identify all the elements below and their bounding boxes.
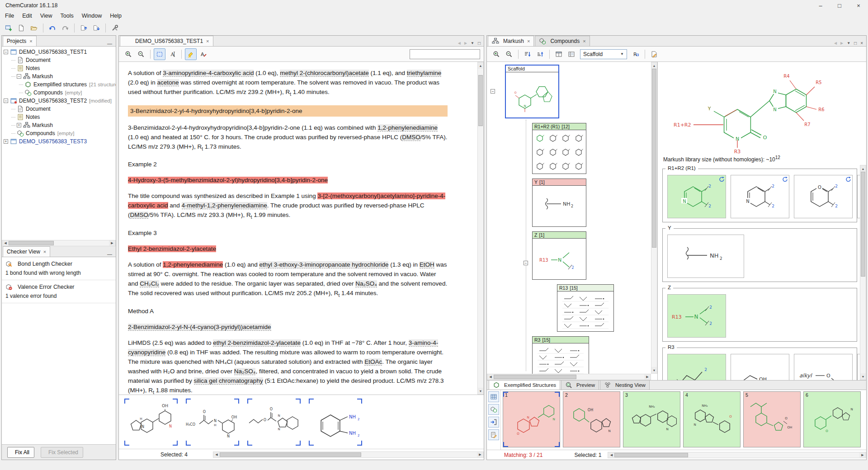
markush-node-r13[interactable]: R13[15] (557, 284, 614, 332)
tree-item-document[interactable]: Document (2, 56, 116, 64)
chem-term[interactable]: 1,2-phenylenediamine (163, 261, 223, 268)
annotate-structures-button[interactable] (488, 429, 499, 440)
chem-term[interactable]: DMSO (130, 212, 149, 219)
tree-expander[interactable]: − (4, 50, 8, 54)
menu-view[interactable]: View (36, 12, 57, 20)
tree-item-document[interactable]: Document (2, 105, 116, 113)
tree-item-compounds[interactable]: Compounds[empty] (2, 89, 116, 97)
strip-hscrollbar[interactable]: ◀▶ (213, 451, 484, 458)
zoom-in-button[interactable] (491, 48, 502, 60)
chem-term[interactable]: ethyl 3-ethoxy-3-iminopropanoate hydroch… (259, 261, 388, 268)
structure-thumbnail[interactable]: OONN (247, 399, 301, 446)
scroll-track[interactable] (860, 172, 866, 373)
open-button[interactable] (28, 22, 40, 34)
scroll-right-button[interactable]: ▶ (644, 374, 651, 380)
chem-term[interactable]: acetone (157, 79, 179, 86)
chem-term[interactable]: 2-Benzimidazol-2-yl-N-(4-cyano(3-pyridyl… (128, 324, 271, 331)
structure-thumbnail[interactable]: OHHNN (124, 399, 178, 446)
rgroup-card[interactable]: 22N (731, 175, 789, 218)
tab-exemplified-structures[interactable]: Exemplified Structures (489, 380, 560, 390)
tree-expander[interactable]: − (491, 89, 495, 94)
chem-term[interactable]: methyl 2-(chlorocarbonyl)acetate (280, 70, 369, 77)
scroll-down-button[interactable]: ▼ (651, 367, 657, 373)
menu-edit[interactable]: Edit (18, 12, 36, 20)
rgroup-member-structure[interactable] (534, 160, 545, 171)
menu-tools[interactable]: Tools (57, 12, 78, 20)
rgroups-vscrollbar[interactable]: ▲▼ (860, 165, 866, 380)
tree-item-notes[interactable]: Notes (2, 113, 116, 121)
projects-tab[interactable]: Projects × (3, 36, 37, 46)
tab-nesting-view[interactable]: Nesting View (600, 380, 650, 390)
scroll-right-button[interactable]: ▶ (859, 452, 866, 458)
rgroup-member-structure[interactable] (560, 132, 571, 143)
tree-expander[interactable]: − (4, 99, 8, 103)
tree-item-markush[interactable]: −Markush (2, 72, 116, 80)
tab-scroll-left-button[interactable]: ◀ (833, 41, 838, 46)
menu-window[interactable]: Window (78, 12, 106, 20)
exemplified-structure-card[interactable]: 5OOH (743, 391, 801, 447)
table-view-button[interactable] (488, 391, 499, 402)
markush-tree-hscrollbar[interactable]: ◀▶ (487, 374, 651, 380)
markush-tree-vscrollbar[interactable]: ▲▼ (651, 62, 657, 374)
chem-term[interactable]: Na₂SO₄ (355, 280, 377, 287)
tab-scroll-right-button[interactable]: ▶ (463, 41, 468, 46)
scroll-track[interactable] (614, 452, 859, 458)
tab-scroll-left-button[interactable]: ◀ (457, 41, 462, 46)
tree-item-exemplified-structures[interactable]: Exemplified structures[21 structures] (2, 80, 116, 89)
tab-list-button[interactable]: ▼ (470, 41, 475, 46)
exemplified-structure-card[interactable]: 6ON (803, 391, 861, 447)
document-vscrollbar[interactable]: ▲▼ (477, 62, 484, 395)
menu-help[interactable]: Help (106, 12, 126, 20)
chem-term[interactable]: EtOAc (364, 358, 382, 366)
scroll-up-button[interactable]: ▲ (478, 62, 483, 69)
tree-item-notes[interactable]: Notes (2, 64, 116, 72)
projects-hscrollbar[interactable]: ◀▶ (2, 240, 116, 246)
tree-item-markush[interactable]: +Markush (2, 121, 116, 129)
scroll-left-button[interactable]: ◀ (213, 452, 220, 457)
markush-node-y[interactable]: Y[1]NH2 (532, 179, 586, 227)
undo-button[interactable] (47, 22, 58, 34)
tools-button[interactable] (109, 22, 121, 34)
close-icon[interactable]: × (527, 38, 530, 44)
chem-term[interactable]: DMSO (402, 134, 420, 141)
chem-term[interactable]: EtOH (420, 261, 434, 268)
scroll-right-button[interactable]: ▶ (477, 452, 483, 457)
highlighted-heading[interactable]: 3-Benzimidazol-2-yl-4-hydroxyhydropyridi… (128, 105, 448, 117)
rgroup-card[interactable]: R13N22 (667, 294, 726, 338)
rgroup-member-structure[interactable] (534, 146, 545, 157)
rgroup-card[interactable]: alkylO (794, 354, 853, 380)
tree-expander[interactable]: + (4, 139, 8, 144)
exemplified-structure-card[interactable]: 2OHN (563, 391, 620, 447)
scroll-thumb[interactable] (220, 452, 361, 457)
checker-item[interactable]: Bond Length Checker1 bond found with wro… (2, 257, 116, 280)
rgroup-member-structure[interactable] (547, 160, 558, 171)
document-tab[interactable]: DEMO_US6756383_TEST1 × (120, 36, 213, 46)
layout-tree-button[interactable] (566, 48, 577, 60)
rgroup-member-structure[interactable] (560, 160, 571, 171)
chem-term[interactable]: ethyl 2-benzimidazol-2-ylacetate (213, 339, 301, 347)
rgroup-card[interactable]: NH2 (667, 235, 744, 278)
homology-icon[interactable] (718, 176, 724, 182)
scroll-track[interactable] (494, 374, 644, 380)
scroll-down-button[interactable]: ▼ (860, 373, 866, 380)
scroll-thumb[interactable] (861, 172, 865, 277)
sort-descending-button[interactable] (522, 48, 533, 60)
markush-node-r3[interactable]: R3[15] (532, 336, 589, 374)
rgroup-card[interactable]: OH (731, 354, 789, 380)
tab-scroll-right-button[interactable]: ▶ (840, 41, 844, 46)
scroll-thumb[interactable] (494, 375, 576, 379)
highlight-button[interactable] (185, 48, 197, 60)
chem-term[interactable]: 1,2-phenylenediamine (377, 124, 438, 132)
sort-ascending-button[interactable] (534, 48, 546, 60)
zoom-in-button[interactable] (123, 48, 134, 60)
edit-markush-button[interactable] (648, 48, 660, 60)
scroll-thumb[interactable] (652, 69, 656, 248)
scroll-down-button[interactable]: ▼ (478, 388, 483, 394)
tree-item-demo-us6756383-test3[interactable]: +DEMO_US6756383_TEST3 (2, 137, 116, 146)
scroll-left-button[interactable]: ◀ (2, 240, 9, 246)
rgroup-card[interactable]: 2 (667, 354, 726, 380)
scroll-track[interactable] (220, 452, 477, 457)
new-document-button[interactable] (15, 22, 27, 34)
chem-term[interactable]: Ethyl 2-benzimidazol-2-ylacetate (128, 245, 216, 252)
rgroup-member-structure[interactable] (573, 146, 584, 157)
